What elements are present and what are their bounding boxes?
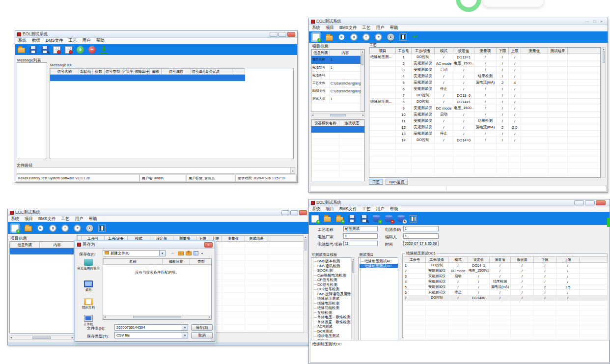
- column-header[interactable]: 测量项: [474, 48, 497, 54]
- add-folder-icon[interactable]: [336, 217, 343, 222]
- template-vscrollbar[interactable]: ▲: [351, 257, 355, 342]
- table-row[interactable]: 13安规测试仪停止////: [370, 131, 601, 137]
- table-row[interactable]: 2安规测试仪DC mode电压_1500V;漏...////: [404, 268, 608, 274]
- column-header[interactable]: 信号类型: [105, 69, 121, 75]
- db-delete-icon[interactable]: ×: [385, 216, 392, 222]
- list-item[interactable]: 绝缘耐压测试DC: [360, 264, 398, 269]
- column-header[interactable]: [268, 236, 308, 242]
- info-hscrollbar[interactable]: ◂▸: [9, 336, 74, 340]
- list-item[interactable]: SOC检测: [312, 268, 355, 273]
- place-documents[interactable]: 我的文档: [77, 298, 100, 310]
- dialog-close-button[interactable]: ×: [204, 242, 213, 248]
- battery-barcode-input[interactable]: 1: [403, 226, 439, 231]
- column-header[interactable]: 模式: [448, 257, 468, 263]
- column-header[interactable]: 下限: [534, 257, 556, 263]
- close-button[interactable]: [596, 200, 606, 205]
- barcode-icon[interactable]: [410, 215, 417, 223]
- table-row[interactable]: 10安规测试仪启动////: [370, 112, 601, 118]
- process-name-input[interactable]: 耐压测试: [343, 226, 378, 231]
- views-menu-icon[interactable]: ▾: [193, 250, 203, 256]
- minimize-button[interactable]: [281, 210, 289, 215]
- menu-item[interactable]: 系统: [11, 216, 19, 222]
- column-header[interactable]: 数据源: [511, 257, 534, 263]
- battery-model-input[interactable]: 11: [343, 241, 378, 246]
- save-as-icon[interactable]: ✎: [360, 215, 368, 223]
- column-header[interactable]: 下限: [497, 48, 509, 54]
- column-header[interactable]: 设定值: [453, 48, 474, 54]
- list-item[interactable]: BMS故障读取及清除: [312, 292, 355, 297]
- steps-vscrollbar[interactable]: ▲: [602, 47, 606, 178]
- download-icon[interactable]: [100, 46, 108, 54]
- table-row[interactable]: 4安规测试仪//结果检测///: [404, 279, 608, 284]
- new-process-icon[interactable]: [311, 215, 319, 223]
- list-item[interactable]: 模块电压测试: [312, 334, 355, 338]
- open-process-icon[interactable]: [324, 217, 331, 222]
- selected-empty-row[interactable]: [10, 248, 75, 254]
- column-header[interactable]: [220, 69, 232, 75]
- menu-item[interactable]: 系统: [312, 25, 320, 31]
- list-item[interactable]: ACR测试: [312, 324, 355, 329]
- new-project-button[interactable]: [10, 224, 20, 232]
- table-row[interactable]: 工艺文件C:\Users\lichangjiang\Deskto: [312, 80, 361, 87]
- column-header[interactable]: 名称: [104, 259, 163, 265]
- column-header[interactable]: 信息列表: [312, 50, 330, 56]
- menu-item[interactable]: 数据: [32, 38, 40, 44]
- column-header[interactable]: 偏移: [150, 69, 162, 75]
- table-row[interactable]: 6安规测试仪停止////: [370, 86, 601, 92]
- table-row[interactable]: 5安规测试仪//漏电流(mA)24: [370, 80, 601, 86]
- export-table-icon[interactable]: [53, 46, 60, 54]
- table-row[interactable]: 4安规测试仪//结果检测//: [370, 73, 601, 80]
- menu-item[interactable]: 项目: [25, 216, 33, 222]
- back-icon[interactable]: ←: [169, 250, 176, 256]
- column-header[interactable]: 信号属性: [162, 69, 191, 75]
- column-header[interactable]: 设定值: [468, 257, 490, 263]
- table-row[interactable]: BMS文件C:\Users\lichangjiang\Deskto: [312, 87, 361, 95]
- list-item[interactable]: 绝缘电阻检测: [312, 301, 355, 306]
- open-project-icon[interactable]: [25, 226, 32, 231]
- place-desktop[interactable]: 桌面: [77, 280, 100, 292]
- column-header[interactable]: 测量值: [222, 236, 245, 242]
- info-vscrollbar[interactable]: ▲: [360, 50, 364, 112]
- disc-icon[interactable]: [86, 224, 93, 232]
- menubar[interactable]: 系统项目BMS文件工艺用户帮助: [309, 206, 610, 212]
- open-file-icon[interactable]: [18, 48, 25, 53]
- column-header[interactable]: 上限: [556, 257, 580, 263]
- selected-empty-row[interactable]: [312, 126, 365, 133]
- menu-item[interactable]: BMS文件: [38, 216, 55, 222]
- menu-item[interactable]: 用户: [376, 206, 384, 212]
- menu-item[interactable]: 工艺: [362, 206, 370, 212]
- list-item[interactable]: CC信号检测: [312, 282, 355, 287]
- menu-item[interactable]: 工艺: [68, 38, 77, 44]
- battery-maker-input[interactable]: 1: [343, 233, 378, 239]
- column-header[interactable]: [232, 69, 245, 75]
- table-row[interactable]: 14DO控制/DO14=0///: [370, 137, 601, 143]
- db-edit-icon[interactable]: ✎: [397, 216, 405, 222]
- maximize-button[interactable]: [278, 32, 286, 37]
- maximize-button[interactable]: [290, 210, 298, 215]
- open-project-icon[interactable]: [326, 35, 333, 41]
- column-header[interactable]: 起始位: [79, 69, 93, 75]
- tab-bms-monitor[interactable]: BMS监视: [386, 179, 408, 185]
- table-row[interactable]: 9安规测试仪DC mode电压_1500...///: [370, 105, 601, 112]
- column-header[interactable]: 工步号: [404, 257, 426, 263]
- new-project-button[interactable]: [311, 33, 321, 41]
- table-row[interactable]: 3安规测试仪启动////: [370, 67, 601, 73]
- list-item[interactable]: BMS版本检测: [312, 259, 355, 264]
- column-header[interactable]: [580, 257, 608, 263]
- column-header[interactable]: 测试结果: [245, 236, 268, 242]
- list-item[interactable]: CC2信号检测: [312, 287, 355, 292]
- up-folder-icon[interactable]: ↑: [177, 250, 184, 256]
- menu-item[interactable]: 系统: [18, 38, 27, 44]
- remove-row-icon[interactable]: [88, 46, 96, 54]
- info-hscrollbar[interactable]: ◂▸: [311, 113, 365, 117]
- column-header[interactable]: 工步/设备: [426, 257, 448, 263]
- menu-item[interactable]: 用户: [376, 25, 384, 31]
- column-header[interactable]: 测试结果: [548, 48, 568, 54]
- stop-icon[interactable]: ■: [375, 33, 382, 41]
- pause-icon[interactable]: [350, 33, 358, 41]
- disc-icon[interactable]: [387, 33, 394, 41]
- column-header[interactable]: 连接状态: [339, 120, 365, 126]
- table-row[interactable]: 3安规测试仪启动/////: [404, 274, 608, 279]
- titlebar[interactable]: EOL测试系统 — □ ×: [309, 18, 608, 25]
- column-header[interactable]: [568, 48, 601, 54]
